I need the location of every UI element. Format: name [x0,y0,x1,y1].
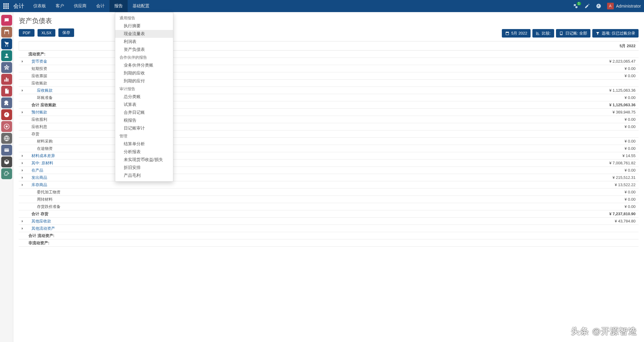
row-value: ¥ 7,237,810.90 [584,212,639,216]
dropdown-item[interactable]: 结算单分析 [115,140,173,148]
messages-badge: 1 [577,2,581,5]
sidebar-app-documents[interactable] [1,86,12,97]
sidebar-app-timesheet[interactable] [1,109,12,120]
dropdown-item[interactable]: 合并日记账 [115,109,173,117]
row-label: 应收账款 [26,81,584,86]
apps-grid-icon[interactable] [0,0,12,12]
filter-date[interactable]: 5月 2022 [502,29,531,38]
expand-caret[interactable] [19,111,26,113]
sidebar [0,12,13,342]
svg-rect-3 [3,5,5,7]
svg-rect-8 [8,8,9,9]
table-row: 短期投资¥ 0.00 [19,65,639,72]
table-row: 预付账款¥ 369,948.75 [19,109,639,116]
row-value: ¥ 0.00 [584,139,639,143]
dropdown-item[interactable]: 到期的应收 [115,69,173,77]
dropdown-item[interactable]: 日记账审计 [115,124,173,132]
expand-caret[interactable] [19,220,26,222]
row-label: 应收票据 [26,73,584,79]
expand-caret[interactable] [19,176,26,179]
row-label: 合计 流动资产: [26,233,584,238]
sidebar-app-payment[interactable] [1,145,12,156]
row-label: 存货跌价准备 [26,204,584,209]
user-menu[interactable]: A Administrator [607,3,641,9]
dropdown-section-header: 通用报告 [115,14,173,22]
clock-icon[interactable] [596,3,602,9]
row-label[interactable]: 应收账款 [26,88,584,93]
book-icon [559,31,564,35]
row-label[interactable]: 其中: 原材料 [26,160,584,166]
svg-rect-6 [3,8,5,9]
dropdown-item[interactable]: 业务伙伴分类账 [115,61,173,69]
sidebar-app-ecommerce[interactable] [1,38,12,49]
expand-caret[interactable] [19,227,26,230]
table-row: 非流动资产: [19,239,639,247]
pdf-button[interactable]: PDF [19,29,34,37]
dropdown-item[interactable]: 未实现货币收益/损失 [115,156,173,164]
chart-icon [536,31,540,35]
nav-item-5[interactable]: 基础配置 [128,0,154,12]
nav-item-1[interactable]: 客户 [51,0,69,12]
sidebar-app-inventory[interactable] [1,156,12,167]
filter-compare[interactable]: 比较: [532,29,554,38]
edit-icon[interactable] [584,3,590,9]
sidebar-app-apps-addon[interactable] [1,97,12,108]
filter-icon [596,31,600,35]
dropdown-item[interactable]: 到期的应付 [115,77,173,85]
expand-caret[interactable] [19,89,26,92]
column-header-date: 5月 2022 [457,43,639,49]
table-row: 应收利息¥ 0.00 [19,123,639,130]
row-label[interactable]: 库存商品 [26,182,584,188]
expand-caret[interactable] [19,60,26,63]
table-row: 其中: 原材料¥ 7,008,761.82 [19,159,639,167]
filter-group: 5月 2022 比较: 日记账: 全部 选项: 仅已过账分录 [502,29,639,38]
row-value: ¥ 215,512.31 [584,175,639,180]
dropdown-item[interactable]: 利润表 [115,38,173,46]
row-label[interactable]: 其他流动资产 [26,226,584,231]
row-label[interactable]: 发出商品 [26,175,584,180]
row-label[interactable]: 预付账款 [26,110,584,115]
save-button[interactable]: 保存 [58,28,74,37]
xlsx-button[interactable]: XLSX [38,29,55,37]
row-value: ¥ 0.00 [584,74,639,78]
expand-caret[interactable] [19,169,26,172]
sidebar-app-settings[interactable] [1,168,12,179]
sidebar-app-crm[interactable] [1,62,12,73]
row-label[interactable]: 其他应收款 [26,219,584,224]
row-value: ¥ 0.00 [584,117,639,122]
filter-options[interactable]: 选项: 仅已过账分录 [592,29,639,38]
nav-menu: 仪表板客户供应商会计报告基础配置 [28,0,154,12]
report-table: 5月 2022 流动资产:货币资金¥ 2,023,065.47短期投资¥ 0.0… [19,41,639,247]
dropdown-item[interactable]: 执行摘要 [115,22,173,30]
messages-icon[interactable]: 1 [573,3,579,9]
dropdown-item[interactable]: 折旧安排 [115,164,173,172]
dropdown-item[interactable]: 分析报表 [115,148,173,156]
sidebar-app-dashboard[interactable] [1,74,12,85]
dropdown-item[interactable]: 总分类账 [115,93,173,101]
filter-journal[interactable]: 日记账: 全部 [556,29,590,38]
nav-item-4[interactable]: 报告 [110,0,128,12]
dropdown-item[interactable]: 试算表 [115,101,173,109]
nav-item-0[interactable]: 仪表板 [28,0,51,12]
dropdown-item[interactable]: 现金流量表 [115,30,173,38]
sidebar-app-contacts[interactable] [1,50,12,61]
dropdown-item[interactable]: 资产负债表 [115,46,173,54]
sidebar-app-helpdesk[interactable] [1,121,12,132]
row-label[interactable]: 在产品 [26,168,584,173]
row-label: 材料采购 [26,139,584,144]
expand-caret[interactable] [19,184,26,186]
expand-caret[interactable] [19,162,26,164]
svg-rect-0 [3,3,5,5]
sidebar-app-calendar[interactable] [1,27,12,38]
nav-item-3[interactable]: 会计 [91,0,110,12]
brand-title[interactable]: 会计 [12,2,28,10]
sidebar-app-discuss[interactable] [1,15,12,26]
row-label[interactable]: 材料成本差异 [26,153,584,159]
dropdown-item[interactable]: 税报告 [115,117,173,124]
row-label[interactable]: 货币资金 [26,59,584,64]
dropdown-item[interactable]: 产品毛利 [115,172,173,179]
row-value: ¥ 7,008,761.82 [584,161,639,165]
expand-caret[interactable] [19,155,26,157]
nav-item-2[interactable]: 供应商 [69,0,91,12]
sidebar-app-website[interactable] [1,133,12,144]
